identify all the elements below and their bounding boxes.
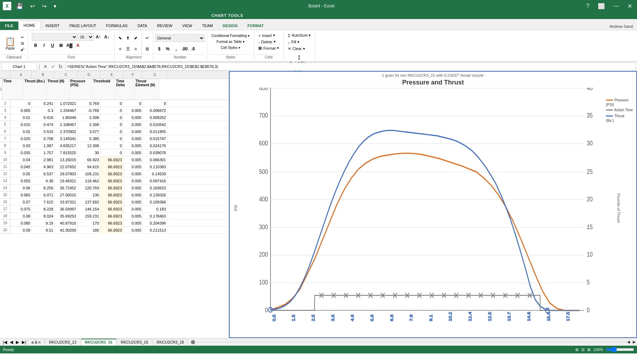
list-item[interactable]: 0.005 <box>123 177 143 184</box>
delete-cells-button[interactable]: - Delete ▾ <box>256 39 281 45</box>
cut-button[interactable]: ✂ <box>19 35 26 40</box>
list-item[interactable]: 33.87321 <box>55 199 78 206</box>
list-item[interactable]: 0.178463 <box>143 213 167 220</box>
list-item[interactable]: 29.07803 <box>55 170 78 177</box>
redo-button[interactable]: ↪ <box>40 2 49 10</box>
list-item[interactable]: 66.6923 <box>100 213 123 220</box>
cell-c1[interactable]: Thrust (N) <box>47 79 69 100</box>
list-item[interactable]: 0 <box>100 114 123 121</box>
list-item[interactable]: 0.005 <box>123 163 143 170</box>
list-item[interactable]: 0 <box>143 100 167 107</box>
list-item[interactable]: 12.308 <box>78 142 100 149</box>
list-item[interactable]: 3.149341 <box>55 135 78 142</box>
list-item[interactable]: 0.05 <box>11 170 32 177</box>
list-item[interactable]: 2.981 <box>32 156 55 163</box>
tab-formulas[interactable]: FORMULAS <box>101 21 132 30</box>
align-left-button[interactable]: ≡ <box>117 45 124 52</box>
copy-button[interactable]: ⧉ <box>19 41 26 46</box>
tab-nav-next[interactable]: ▶ <box>14 339 20 345</box>
list-item[interactable]: 0.06 <box>11 184 32 192</box>
tab-page-layout[interactable]: PAGE LAYOUT <box>64 21 101 30</box>
font-size-select[interactable]: 16 <box>78 33 94 41</box>
list-item[interactable]: 0.09 <box>11 227 32 234</box>
list-item[interactable]: 66.6923 <box>100 199 123 206</box>
percent-button[interactable]: % <box>164 45 172 53</box>
tab-design[interactable]: DESIGN <box>218 21 242 30</box>
align-top-right-button[interactable]: ⬈ <box>132 34 139 42</box>
customize-qat-button[interactable]: ▾ <box>51 2 58 10</box>
list-item[interactable]: 0.533 <box>32 128 55 135</box>
list-item[interactable]: 0.005 <box>123 107 143 114</box>
list-item[interactable]: 0 <box>100 128 123 135</box>
sheet-tab-rkcu16[interactable]: RKCU2CR3_16 <box>117 339 152 345</box>
list-item[interactable]: 0.02 <box>11 128 32 135</box>
list-item[interactable]: 66.6923 <box>100 227 123 234</box>
bold-button[interactable]: B <box>32 42 39 49</box>
list-item[interactable]: 0 <box>100 107 123 114</box>
list-item[interactable]: 180 <box>78 227 100 234</box>
add-sheet-button[interactable]: ⊕ <box>188 338 197 346</box>
list-item[interactable]: 0.065 <box>11 192 32 199</box>
list-item[interactable]: 0 <box>100 121 123 128</box>
list-item[interactable]: 0 <box>100 142 123 149</box>
list-item[interactable]: 0.005 <box>123 128 143 135</box>
tab-team[interactable]: TEAM <box>197 21 218 30</box>
zoom-slider[interactable] <box>606 347 634 352</box>
view-layout[interactable]: ⊟ <box>581 347 585 352</box>
cell-d1[interactable]: Pressure (PSI) <box>69 79 92 100</box>
tab-data[interactable]: DATA <box>132 21 152 30</box>
comma-button[interactable]: , <box>172 45 180 53</box>
list-item[interactable]: 1.334467 <box>55 107 78 114</box>
list-item[interactable]: 66.6923 <box>100 170 123 177</box>
align-center-button[interactable]: ☰ <box>124 45 131 52</box>
fill-button[interactable]: ↓ Fill ▾ <box>286 39 313 45</box>
list-item[interactable]: 0.045 <box>11 163 32 170</box>
font-color-button[interactable]: A <box>74 42 82 49</box>
list-item[interactable]: 137.692 <box>78 199 100 206</box>
list-item[interactable]: 0.010542 <box>143 121 167 128</box>
list-item[interactable]: -0.769 <box>78 107 100 114</box>
list-item[interactable]: 1.072021 <box>55 100 78 107</box>
restore-button[interactable]: ⬜ <box>596 2 607 10</box>
number-format-select[interactable]: General <box>155 34 205 42</box>
list-item[interactable]: 1.85046 <box>55 114 78 121</box>
list-item[interactable]: 0 <box>11 100 32 107</box>
list-item[interactable]: 66.6923 <box>100 220 123 227</box>
sheet-tab-an[interactable]: a & n <box>27 339 44 345</box>
list-item[interactable]: 109.231 <box>78 170 100 177</box>
list-item[interactable]: 40.87916 <box>55 220 78 227</box>
list-item[interactable]: 0.005 <box>123 227 143 234</box>
tab-review[interactable]: REVIEW <box>152 21 177 30</box>
insert-cells-button[interactable]: + Insert ▾ <box>256 32 281 38</box>
format-as-table-button[interactable]: Format as Table ▾ <box>210 39 251 44</box>
list-item[interactable]: 0.005 <box>123 170 143 177</box>
list-item[interactable]: 6.537 <box>32 170 55 177</box>
cell-b1[interactable]: Thrust (lbs.) <box>24 79 47 100</box>
list-item[interactable]: 66.6923 <box>100 163 123 170</box>
tab-nav-last[interactable]: ▶| <box>20 339 27 345</box>
wrap-text-button[interactable]: ↵ <box>144 34 151 42</box>
list-item[interactable]: 0.075 <box>11 206 32 213</box>
list-item[interactable]: 0.005 <box>123 192 143 199</box>
list-item[interactable]: 66.6923 <box>100 192 123 199</box>
list-item[interactable]: 170 <box>78 220 100 227</box>
save-button[interactable]: 💾 <box>14 2 25 10</box>
tab-view[interactable]: VIEW <box>177 21 197 30</box>
list-item[interactable]: 0.183623 <box>143 184 167 192</box>
list-item[interactable]: 3.077 <box>78 128 100 135</box>
list-item[interactable]: 118.462 <box>78 177 100 184</box>
list-item[interactable]: 0.055 <box>11 177 32 184</box>
cell-f1[interactable]: Time Delta <box>115 79 135 100</box>
align-right-button[interactable]: ≡ <box>132 45 139 52</box>
list-item[interactable]: 8.228 <box>32 206 55 213</box>
list-item[interactable]: 0.035 <box>11 149 32 156</box>
list-item[interactable]: 36.72452 <box>55 184 78 192</box>
align-top-center-button[interactable]: ⬆ <box>124 34 131 42</box>
list-item[interactable]: 0.085 <box>11 220 32 227</box>
tab-home[interactable]: HOME <box>18 21 41 30</box>
tab-nav-prev[interactable]: ◀ <box>8 339 14 345</box>
list-item[interactable]: 0.005 <box>123 156 143 163</box>
underline-button[interactable]: U <box>49 42 56 49</box>
list-item[interactable]: 0.241 <box>32 100 55 107</box>
list-item[interactable]: 0.005 <box>123 142 143 149</box>
